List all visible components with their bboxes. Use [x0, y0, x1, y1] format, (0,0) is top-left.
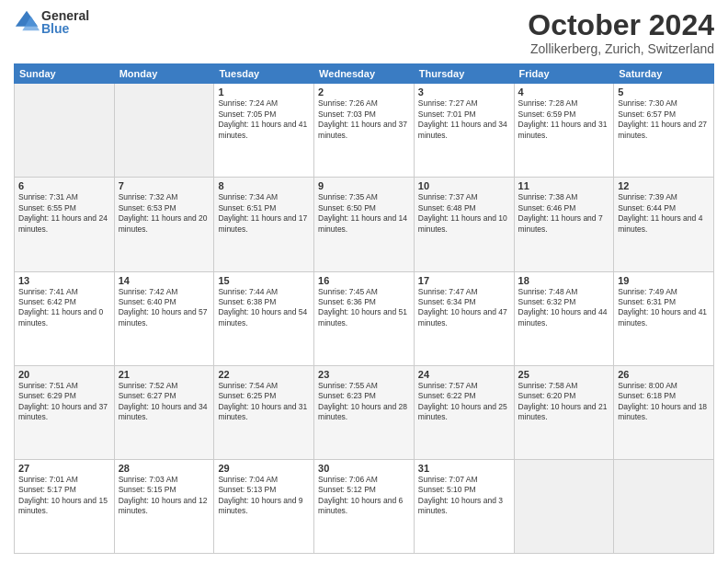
day-header-sunday: Sunday — [15, 64, 115, 84]
calendar-header-row: SundayMondayTuesdayWednesdayThursdayFrid… — [15, 64, 714, 84]
calendar-cell: 30Sunrise: 7:06 AM Sunset: 5:12 PM Dayli… — [314, 459, 415, 553]
day-info: Sunrise: 7:44 AM Sunset: 6:38 PM Dayligh… — [218, 287, 310, 329]
calendar-cell: 2Sunrise: 7:26 AM Sunset: 7:03 PM Daylig… — [314, 84, 415, 178]
calendar-cell: 15Sunrise: 7:44 AM Sunset: 6:38 PM Dayli… — [214, 271, 314, 365]
calendar-cell: 1Sunrise: 7:24 AM Sunset: 7:05 PM Daylig… — [214, 84, 314, 178]
calendar-cell — [15, 84, 115, 178]
calendar-cell: 10Sunrise: 7:37 AM Sunset: 6:48 PM Dayli… — [414, 178, 514, 271]
calendar-cell: 23Sunrise: 7:55 AM Sunset: 6:23 PM Dayli… — [314, 365, 415, 459]
logo: General Blue — [14, 9, 89, 35]
day-info: Sunrise: 7:34 AM Sunset: 6:51 PM Dayligh… — [218, 192, 310, 235]
day-info: Sunrise: 7:37 AM Sunset: 6:48 PM Dayligh… — [418, 192, 510, 235]
day-header-saturday: Saturday — [614, 64, 714, 84]
calendar-cell — [614, 459, 714, 553]
calendar-week-row: 20Sunrise: 7:51 AM Sunset: 6:29 PM Dayli… — [15, 365, 714, 459]
day-info: Sunrise: 7:39 AM Sunset: 6:44 PM Dayligh… — [618, 192, 710, 235]
day-number: 15 — [218, 275, 310, 286]
title-block: October 2024 Zollikerberg, Zurich, Switz… — [528, 9, 714, 56]
day-info: Sunrise: 7:35 AM Sunset: 6:50 PM Dayligh… — [318, 192, 410, 235]
day-number: 25 — [518, 369, 610, 380]
day-number: 14 — [119, 275, 210, 286]
calendar-cell: 28Sunrise: 7:03 AM Sunset: 5:15 PM Dayli… — [114, 459, 214, 553]
day-info: Sunrise: 7:47 AM Sunset: 6:34 PM Dayligh… — [418, 287, 510, 329]
day-number: 22 — [218, 369, 310, 380]
calendar-cell: 20Sunrise: 7:51 AM Sunset: 6:29 PM Dayli… — [15, 365, 115, 459]
calendar-cell: 25Sunrise: 7:58 AM Sunset: 6:20 PM Dayli… — [514, 365, 614, 459]
calendar-cell: 29Sunrise: 7:04 AM Sunset: 5:13 PM Dayli… — [214, 459, 314, 553]
calendar-cell: 24Sunrise: 7:57 AM Sunset: 6:22 PM Dayli… — [414, 365, 514, 459]
day-number: 17 — [418, 275, 510, 286]
day-number: 29 — [218, 463, 310, 474]
calendar-cell: 4Sunrise: 7:28 AM Sunset: 6:59 PM Daylig… — [514, 84, 614, 178]
calendar-cell: 31Sunrise: 7:07 AM Sunset: 5:10 PM Dayli… — [414, 459, 514, 553]
day-number: 6 — [18, 180, 110, 191]
day-header-monday: Monday — [114, 64, 214, 84]
day-info: Sunrise: 7:30 AM Sunset: 6:57 PM Dayligh… — [618, 98, 710, 141]
calendar-cell: 3Sunrise: 7:27 AM Sunset: 7:01 PM Daylig… — [414, 84, 514, 178]
header: General Blue October 2024 Zollikerberg, … — [14, 9, 714, 56]
day-number: 27 — [18, 463, 110, 474]
calendar-cell: 9Sunrise: 7:35 AM Sunset: 6:50 PM Daylig… — [314, 178, 415, 271]
calendar-cell: 17Sunrise: 7:47 AM Sunset: 6:34 PM Dayli… — [414, 271, 514, 365]
day-number: 24 — [418, 369, 510, 380]
day-info: Sunrise: 7:26 AM Sunset: 7:03 PM Dayligh… — [318, 98, 410, 141]
calendar-cell: 22Sunrise: 7:54 AM Sunset: 6:25 PM Dayli… — [214, 365, 314, 459]
day-number: 1 — [218, 86, 310, 98]
day-info: Sunrise: 7:41 AM Sunset: 6:42 PM Dayligh… — [18, 287, 110, 329]
day-number: 11 — [518, 180, 610, 191]
day-number: 4 — [518, 86, 610, 98]
calendar-cell: 6Sunrise: 7:31 AM Sunset: 6:55 PM Daylig… — [15, 178, 115, 271]
page: General Blue October 2024 Zollikerberg, … — [0, 0, 728, 563]
day-number: 31 — [418, 463, 510, 474]
day-header-friday: Friday — [514, 64, 614, 84]
logo-icon — [14, 9, 40, 35]
day-number: 7 — [119, 180, 210, 191]
calendar-week-row: 1Sunrise: 7:24 AM Sunset: 7:05 PM Daylig… — [15, 84, 714, 178]
calendar-cell: 11Sunrise: 7:38 AM Sunset: 6:46 PM Dayli… — [514, 178, 614, 271]
logo-text: General Blue — [41, 9, 89, 35]
day-info: Sunrise: 7:04 AM Sunset: 5:13 PM Dayligh… — [218, 475, 310, 517]
calendar-cell: 12Sunrise: 7:39 AM Sunset: 6:44 PM Dayli… — [614, 178, 714, 271]
calendar-cell — [514, 459, 614, 553]
day-info: Sunrise: 7:27 AM Sunset: 7:01 PM Dayligh… — [418, 98, 510, 141]
calendar-cell: 26Sunrise: 8:00 AM Sunset: 6:18 PM Dayli… — [614, 365, 714, 459]
day-number: 28 — [119, 463, 210, 474]
calendar-cell: 8Sunrise: 7:34 AM Sunset: 6:51 PM Daylig… — [214, 178, 314, 271]
calendar-cell: 18Sunrise: 7:48 AM Sunset: 6:32 PM Dayli… — [514, 271, 614, 365]
day-number: 23 — [318, 369, 410, 380]
day-number: 8 — [218, 180, 310, 191]
day-info: Sunrise: 7:57 AM Sunset: 6:22 PM Dayligh… — [418, 381, 510, 423]
location: Zollikerberg, Zurich, Switzerland — [528, 41, 714, 56]
calendar-table: SundayMondayTuesdayWednesdayThursdayFrid… — [14, 63, 714, 554]
day-number: 5 — [618, 86, 710, 98]
day-info: Sunrise: 7:31 AM Sunset: 6:55 PM Dayligh… — [18, 192, 110, 235]
day-number: 10 — [418, 180, 510, 191]
day-info: Sunrise: 7:54 AM Sunset: 6:25 PM Dayligh… — [218, 381, 310, 423]
day-number: 3 — [418, 86, 510, 98]
day-info: Sunrise: 7:49 AM Sunset: 6:31 PM Dayligh… — [618, 287, 710, 329]
day-info: Sunrise: 7:58 AM Sunset: 6:20 PM Dayligh… — [518, 381, 610, 423]
day-number: 2 — [318, 86, 410, 98]
day-info: Sunrise: 7:55 AM Sunset: 6:23 PM Dayligh… — [318, 381, 410, 423]
day-info: Sunrise: 7:06 AM Sunset: 5:12 PM Dayligh… — [318, 475, 410, 517]
day-info: Sunrise: 7:48 AM Sunset: 6:32 PM Dayligh… — [518, 287, 610, 329]
day-number: 9 — [318, 180, 410, 191]
day-info: Sunrise: 8:00 AM Sunset: 6:18 PM Dayligh… — [618, 381, 710, 423]
logo-general-text: General — [41, 9, 89, 22]
day-header-tuesday: Tuesday — [214, 64, 314, 84]
calendar-cell: 13Sunrise: 7:41 AM Sunset: 6:42 PM Dayli… — [15, 271, 115, 365]
day-info: Sunrise: 7:51 AM Sunset: 6:29 PM Dayligh… — [18, 381, 110, 423]
day-info: Sunrise: 7:03 AM Sunset: 5:15 PM Dayligh… — [119, 475, 210, 517]
day-info: Sunrise: 7:07 AM Sunset: 5:10 PM Dayligh… — [418, 475, 510, 517]
calendar-week-row: 6Sunrise: 7:31 AM Sunset: 6:55 PM Daylig… — [15, 178, 714, 271]
calendar-cell: 5Sunrise: 7:30 AM Sunset: 6:57 PM Daylig… — [614, 84, 714, 178]
day-info: Sunrise: 7:52 AM Sunset: 6:27 PM Dayligh… — [119, 381, 210, 423]
day-number: 18 — [518, 275, 610, 286]
day-number: 26 — [618, 369, 710, 380]
day-number: 19 — [618, 275, 710, 286]
day-info: Sunrise: 7:24 AM Sunset: 7:05 PM Dayligh… — [218, 98, 310, 141]
calendar-cell: 7Sunrise: 7:32 AM Sunset: 6:53 PM Daylig… — [114, 178, 214, 271]
day-number: 21 — [119, 369, 210, 380]
day-info: Sunrise: 7:32 AM Sunset: 6:53 PM Dayligh… — [119, 192, 210, 235]
calendar-week-row: 13Sunrise: 7:41 AM Sunset: 6:42 PM Dayli… — [15, 271, 714, 365]
